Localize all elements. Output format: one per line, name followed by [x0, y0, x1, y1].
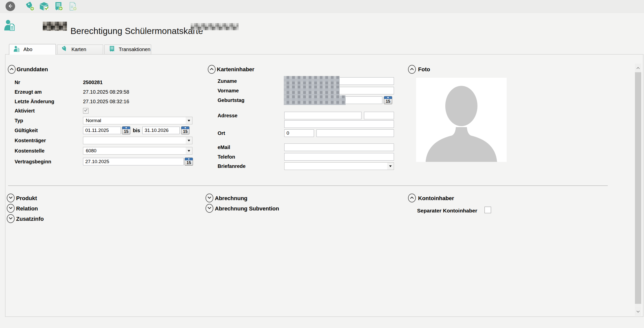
typ-selected-value: Normal [86, 118, 101, 123]
nr-value: 2500281 [83, 79, 103, 86]
kostenstelle-select[interactable]: 6080 [83, 147, 192, 155]
zusatzinfo-section-title: Zusatzinfo [16, 215, 44, 223]
letzte-aenderung-value: 27.10.2025 08:32:16 [83, 98, 129, 105]
gueltigkeit-bis-input[interactable] [142, 127, 180, 134]
scrollbar-thumb[interactable] [635, 72, 641, 304]
karteninhaber-collapse-button[interactable] [208, 65, 216, 74]
new-transaction-button[interactable] [54, 2, 63, 11]
back-button[interactable] [6, 2, 15, 11]
abrechnung-expand-button[interactable] [206, 194, 213, 202]
adresse-label: Adresse [218, 112, 237, 119]
foto-section-title: Foto [418, 66, 430, 73]
chevron-down-icon [9, 196, 13, 200]
erzeugt-am-label: Erzeugt am [15, 88, 42, 96]
new-abo-button[interactable] [25, 2, 35, 11]
gueltigkeit-von-input[interactable] [83, 127, 121, 134]
page-title: Berechtigung Schülermonatskarte [70, 25, 203, 37]
kostentraeger-select[interactable] [83, 137, 192, 144]
chevron-down-icon [9, 206, 13, 210]
tab-label: Transaktionen [119, 47, 150, 52]
typ-label: Typ [15, 117, 23, 124]
briefanrede-label: Briefanrede [218, 162, 246, 170]
abrechnung-subvention-section-title: Abrechnung Subvention [215, 205, 279, 212]
gueltigkeit-bis-calendar-button[interactable]: 15 [181, 126, 189, 134]
produkt-section-title: Produkt [16, 195, 37, 202]
package-check-icon [39, 2, 49, 11]
tab-label: Abo [23, 47, 32, 52]
grunddaten-section-title: Grunddaten [17, 66, 48, 73]
chevron-up-icon [410, 67, 414, 71]
adresse-strasse-input[interactable] [284, 112, 361, 119]
foto-placeholder [416, 78, 507, 162]
telefon-input[interactable] [284, 153, 394, 161]
kontoinhaber-collapse-button[interactable] [408, 194, 416, 202]
new-document-button [68, 2, 77, 11]
section-divider [8, 186, 608, 186]
foto-collapse-button[interactable] [408, 65, 416, 74]
redacted-organization-name [191, 23, 238, 30]
email-label: eMail [218, 143, 230, 151]
adresse-zusatz-input[interactable] [284, 120, 394, 128]
bis-label: bis [133, 127, 140, 134]
chevron-up-icon [410, 196, 414, 200]
chevron-up-icon [210, 67, 214, 71]
erzeugt-am-value: 27.10.2025 08:29:58 [83, 88, 129, 96]
scroll-up-button[interactable] [635, 64, 641, 72]
vertragsbeginn-calendar-button[interactable]: 15 [185, 158, 193, 166]
chevron-down-icon [387, 163, 394, 170]
tab-transaktionen[interactable]: Transaktionen [104, 45, 151, 54]
nr-label: Nr [15, 79, 20, 86]
scroll-down-button[interactable] [635, 307, 641, 316]
tab-karten[interactable]: Karten [57, 45, 103, 54]
email-input[interactable] [284, 143, 394, 151]
chevron-down-icon [186, 117, 192, 124]
chevron-down-icon [207, 206, 212, 210]
vertical-scrollbar[interactable] [635, 64, 641, 316]
grunddaten-collapse-button[interactable] [8, 65, 16, 74]
person-silhouette-icon [416, 158, 507, 163]
aktiviert-checkbox[interactable] [83, 108, 89, 114]
briefanrede-select[interactable] [284, 162, 394, 170]
product-check-button[interactable] [39, 2, 49, 11]
geburtstag-input[interactable] [284, 96, 382, 104]
geburtstag-label: Geburtstag [218, 96, 245, 104]
main-toolbar [0, 0, 644, 13]
kostenstelle-selected-value: 6080 [86, 148, 96, 154]
tag-plus-icon [25, 2, 35, 11]
arrow-left-icon [7, 3, 14, 10]
redacted-person-name [43, 22, 67, 31]
person-document-icon [4, 19, 16, 31]
typ-select[interactable]: Normal [83, 117, 192, 124]
bookmark-plus-icon [54, 2, 63, 11]
chevron-up-icon [10, 67, 14, 71]
relation-expand-button[interactable] [7, 204, 15, 213]
kontoinhaber-section-title: Kontoinhaber [418, 195, 454, 202]
zuname-label: Zuname [218, 77, 237, 85]
person-document-icon [13, 46, 20, 53]
vorname-input[interactable] [284, 87, 394, 94]
tab-label: Karten [71, 47, 86, 52]
document-plus-icon [68, 2, 77, 11]
gueltigkeit-label: Gültigkeit [15, 127, 38, 134]
separater-kontoinhaber-checkbox[interactable] [485, 207, 491, 213]
letzte-aenderung-label: Letzte Änderung [15, 98, 54, 105]
tab-strip: Abo Karten Transaktionen [9, 44, 151, 54]
produkt-expand-button[interactable] [7, 194, 15, 202]
vorname-label: Vorname [218, 87, 239, 94]
adresse-hausnummer-input[interactable] [364, 112, 394, 119]
separater-kontoinhaber-label: Separater Kontoinhaber [417, 207, 477, 214]
ort-plz-input[interactable] [284, 129, 314, 137]
app-window: { "toolbar": { "buttons": [ {"name": "ba… [0, 0, 644, 328]
telefon-label: Telefon [218, 153, 235, 161]
abrechnung-subvention-expand-button[interactable] [206, 204, 213, 213]
zusatzinfo-expand-button[interactable] [7, 214, 15, 223]
gueltigkeit-von-calendar-button[interactable]: 15 [122, 126, 130, 134]
ort-stadt-input[interactable] [316, 129, 394, 137]
abrechnung-section-title: Abrechnung [215, 195, 248, 202]
tab-abo[interactable]: Abo [9, 44, 56, 55]
zuname-input[interactable] [284, 77, 394, 85]
geburtstag-calendar-button[interactable]: 15 [384, 96, 392, 104]
vertragsbeginn-input[interactable] [83, 158, 184, 165]
chevron-down-icon [9, 217, 13, 221]
chevron-down-icon [186, 137, 192, 144]
